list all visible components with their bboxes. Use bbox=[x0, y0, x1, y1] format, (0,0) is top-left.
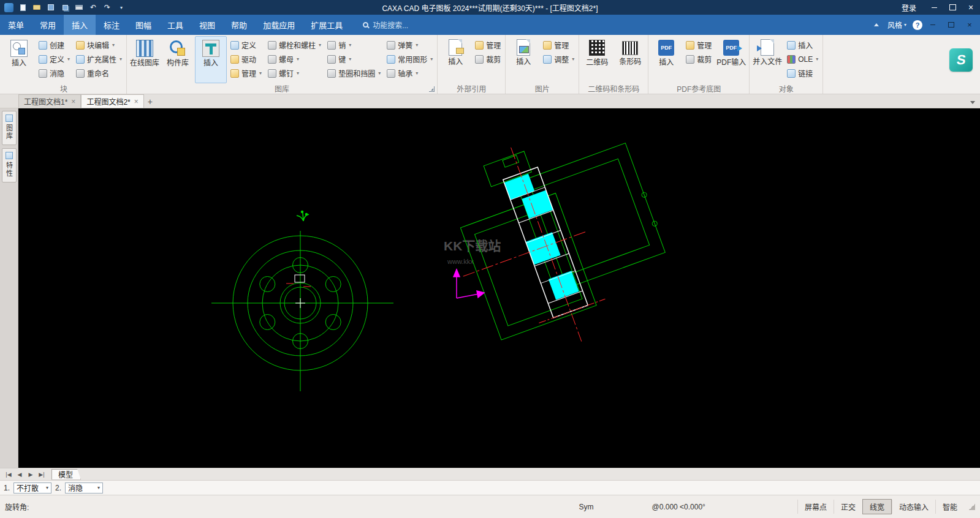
ole-button[interactable]: OLE bbox=[784, 52, 821, 66]
common-shapes-icon bbox=[387, 55, 395, 64]
open-file-button[interactable] bbox=[32, 2, 42, 12]
doc-tab-2-active[interactable]: 工程图文档2* bbox=[81, 94, 143, 108]
menu-tab-insert[interactable]: 插入 bbox=[64, 15, 96, 35]
close-tab-icon[interactable] bbox=[134, 97, 139, 106]
style-menu-button[interactable]: 风格 bbox=[884, 20, 910, 30]
new-file-button[interactable] bbox=[18, 2, 28, 12]
nuts-button[interactable]: 螺母 bbox=[265, 52, 324, 66]
side-tab-properties[interactable]: 特性 bbox=[2, 148, 17, 182]
nav-first-button[interactable]: |◀ bbox=[4, 470, 13, 479]
pdf-clip-button[interactable]: 裁剪 bbox=[683, 52, 714, 66]
toggle-smart-snap[interactable]: 智能 bbox=[935, 500, 964, 514]
xref-clip-button[interactable]: 裁剪 bbox=[473, 52, 503, 66]
xref-insert-button[interactable]: 插入 bbox=[439, 36, 471, 83]
doc-tab-1[interactable]: 工程图文档1* bbox=[18, 94, 81, 108]
block-create-button[interactable]: 创建 bbox=[36, 38, 72, 52]
image-manage-icon bbox=[543, 41, 552, 50]
menu-tab-common[interactable]: 常用 bbox=[32, 15, 64, 35]
menu-tab-tools[interactable]: 工具 bbox=[159, 15, 191, 35]
block-define-button[interactable]: 定义 bbox=[36, 52, 72, 66]
screws-button[interactable]: 螺钉 bbox=[265, 66, 324, 80]
command-prompt: 旋转角: bbox=[5, 501, 29, 512]
side-tab-library[interactable]: 图库 bbox=[2, 111, 17, 145]
style-label: 风格 bbox=[887, 20, 902, 30]
qat-customize-button[interactable] bbox=[116, 2, 126, 12]
link-button[interactable]: 链接 bbox=[784, 66, 821, 80]
block-insert-button[interactable]: 插入 bbox=[3, 36, 35, 83]
menu-tab-ext-tools[interactable]: 扩展工具 bbox=[303, 15, 351, 35]
nav-next-button[interactable]: ▶ bbox=[26, 470, 36, 479]
image-insert-button[interactable]: 插入 bbox=[507, 36, 539, 83]
library-manage-button[interactable]: 管理 bbox=[228, 66, 264, 80]
toggle-screen-point[interactable]: 屏幕点 bbox=[797, 500, 834, 514]
function-search[interactable]: 功能搜索... bbox=[363, 15, 408, 35]
image-manage-button[interactable]: 管理 bbox=[541, 38, 577, 52]
block-create-icon bbox=[39, 41, 47, 50]
save-all-button[interactable] bbox=[60, 2, 70, 12]
undo-button[interactable] bbox=[88, 2, 98, 12]
save-button[interactable] bbox=[46, 2, 56, 12]
pdf-manage-button[interactable]: 管理 bbox=[683, 38, 714, 52]
help-icon[interactable]: ? bbox=[913, 20, 922, 30]
component-library-button[interactable]: 构件库 bbox=[162, 36, 194, 83]
nav-last-button[interactable]: ▶| bbox=[37, 470, 47, 479]
barcode-button[interactable]: 条形码 bbox=[614, 36, 646, 83]
library-insert-button[interactable]: 插入 bbox=[195, 36, 227, 83]
explode-option-dropdown[interactable]: 不打散 bbox=[13, 482, 51, 494]
document-close-button[interactable] bbox=[962, 18, 978, 32]
block-ext-attr-button[interactable]: 扩充属性 bbox=[74, 52, 124, 66]
nav-prev-button[interactable]: ◀ bbox=[15, 470, 25, 479]
ribbon-bar-right: 风格 ? bbox=[872, 15, 980, 35]
library-drive-button[interactable]: 驱动 bbox=[228, 52, 264, 66]
library-define-button[interactable]: 定义 bbox=[228, 38, 264, 52]
new-tab-button[interactable] bbox=[144, 96, 156, 108]
window-maximize-button[interactable] bbox=[943, 0, 962, 15]
toggle-dynamic-input[interactable]: 动态输入 bbox=[892, 500, 935, 514]
menu-tab-view[interactable]: 视图 bbox=[191, 15, 223, 35]
rename-icon bbox=[76, 69, 85, 78]
bearings-button[interactable]: 轴承 bbox=[384, 66, 435, 80]
document-minimize-button[interactable] bbox=[925, 18, 941, 32]
drawing-canvas[interactable]: KK下载站 www.kkx bbox=[18, 108, 980, 468]
merge-file-button[interactable]: 并入文件 bbox=[751, 36, 783, 83]
xref-manage-button[interactable]: 管理 bbox=[473, 38, 503, 52]
springs-button[interactable]: 弹簧 bbox=[384, 38, 435, 52]
window-minimize-button[interactable] bbox=[925, 0, 943, 15]
bolts-studs-button[interactable]: 螺栓和螺柱 bbox=[265, 38, 324, 52]
caxa-logo[interactable] bbox=[949, 48, 973, 72]
redo-button[interactable] bbox=[102, 2, 112, 12]
menu-tab-annotate[interactable]: 标注 bbox=[96, 15, 127, 35]
keys-button[interactable]: 键 bbox=[325, 52, 383, 66]
block-edit-button[interactable]: 块编辑 bbox=[74, 38, 124, 52]
online-library-button[interactable]: 在线图库 bbox=[129, 36, 161, 83]
object-insert-button[interactable]: 插入 bbox=[784, 38, 821, 52]
qr-code-button[interactable]: 二维码 bbox=[581, 36, 613, 83]
print-button[interactable] bbox=[74, 2, 84, 12]
menu-tab-help[interactable]: 帮助 bbox=[223, 15, 255, 35]
app-logo-icon[interactable] bbox=[4, 3, 13, 12]
menu-tab-menu[interactable]: 菜单 bbox=[0, 15, 32, 35]
block-rename-button[interactable]: 重命名 bbox=[74, 66, 124, 80]
menu-tab-sheet[interactable]: 图幅 bbox=[127, 15, 159, 35]
tab-list-caret-icon[interactable] bbox=[970, 101, 975, 104]
menu-tab-load-app[interactable]: 加载应用 bbox=[255, 15, 303, 35]
common-shapes-button[interactable]: 常用图形 bbox=[384, 52, 435, 66]
xref-insert-icon bbox=[449, 39, 462, 56]
collapse-ribbon-button[interactable] bbox=[872, 20, 881, 30]
main-area: 图库 特性 KK下载站 www.kkx bbox=[0, 108, 980, 468]
pdf-insert-button[interactable]: PDF 插入 bbox=[650, 36, 682, 83]
block-hide-button[interactable]: 消隐 bbox=[36, 66, 72, 80]
washers-rings-button[interactable]: 垫圈和挡圈 bbox=[325, 66, 383, 80]
pins-button[interactable]: 销 bbox=[325, 38, 383, 52]
toggle-ortho[interactable]: 正交 bbox=[834, 500, 862, 514]
image-adjust-button[interactable]: 调整 bbox=[541, 52, 577, 66]
login-button[interactable]: 登录 bbox=[893, 2, 925, 13]
model-tab[interactable]: 模型 bbox=[51, 469, 81, 480]
close-tab-icon[interactable] bbox=[71, 97, 75, 106]
hide-option-dropdown[interactable]: 消隐 bbox=[65, 482, 103, 494]
toggle-lineweight[interactable]: 线宽 bbox=[862, 499, 892, 514]
pdf-input-button[interactable]: PDF PDF输入 bbox=[715, 36, 747, 83]
window-close-button[interactable] bbox=[962, 0, 980, 15]
document-restore-button[interactable] bbox=[943, 18, 959, 32]
dialog-launcher-icon[interactable] bbox=[429, 86, 435, 92]
